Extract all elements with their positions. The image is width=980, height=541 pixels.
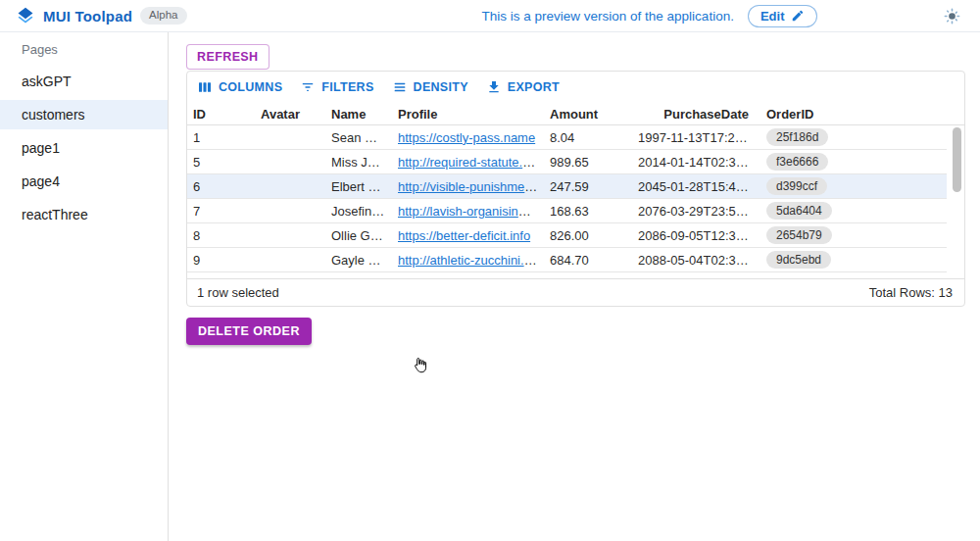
filters-button[interactable]: FILTERS	[294, 75, 379, 99]
delete-order-button[interactable]: DELETE ORDER	[186, 318, 312, 345]
column-header-purchasedate[interactable]: PurchaseDate	[632, 107, 755, 122]
order-id-chip: 5da6404	[766, 202, 832, 220]
cell-orderid: 25f186d	[755, 128, 892, 146]
vertical-scrollbar-thumb[interactable]	[953, 127, 961, 192]
sidebar-nav-list: askGPT customers page1 page4 reactThree	[0, 67, 168, 229]
cell-id: 8	[187, 228, 255, 243]
cell-amount: 989.65	[544, 155, 632, 170]
grid-footer: 1 row selected Total Rows: 13	[187, 278, 964, 306]
cell-id: 7	[187, 204, 255, 219]
profile-link[interactable]: http://lavish-organising.name	[398, 204, 544, 219]
cell-name: Miss Juan …	[325, 155, 392, 170]
grid-header-row: ID Avatar Name Profile Amount PurchaseDa…	[187, 103, 964, 125]
cell-purchasedate: 2014-01-14T02:37:28.536Z	[632, 155, 755, 170]
cell-id: 5	[187, 155, 255, 170]
cell-profile: http://lavish-organising.name	[392, 204, 544, 219]
table-row[interactable]: 9 Gayle Den… http://athletic-zucchini.or…	[187, 248, 947, 272]
columns-icon	[197, 79, 213, 95]
export-button[interactable]: EXPORT	[480, 75, 565, 99]
table-row[interactable]: 5 Miss Juan … http://required-statute.or…	[187, 150, 947, 174]
cell-purchasedate: 2088-05-04T02:31:03.294Z	[632, 253, 755, 268]
table-row[interactable]: 8 Ollie Green… https://better-deficit.in…	[187, 223, 947, 248]
cell-orderid: 9dc5ebd	[755, 251, 892, 269]
edit-button-label: Edit	[760, 9, 785, 24]
sidebar-item[interactable]: customers	[0, 100, 168, 129]
columns-button[interactable]: COLUMNS	[191, 75, 288, 99]
sidebar-item-label: reactThree	[22, 207, 88, 222]
profile-link[interactable]: http://athletic-zucchini.org	[398, 253, 542, 268]
sidebar-section-label: Pages	[0, 40, 168, 67]
column-header-orderid[interactable]: OrderID	[755, 107, 892, 122]
cell-profile: https://better-deficit.info	[392, 228, 544, 243]
preview-notice-text: This is a preview version of the applica…	[482, 9, 734, 24]
app-bar-brand: MUI Toolpad Alpha	[12, 6, 365, 25]
cell-orderid: 5da6404	[755, 202, 892, 220]
sidebar-item-label: customers	[22, 107, 85, 123]
column-header-name[interactable]: Name	[325, 107, 392, 122]
profile-link[interactable]: https://better-deficit.info	[398, 228, 530, 243]
profile-link[interactable]: https://costly-pass.name	[398, 130, 535, 145]
cell-orderid: f3e6666	[755, 153, 892, 171]
cell-profile: http://required-statute.org	[392, 155, 544, 170]
app-title: MUI Toolpad	[43, 8, 132, 25]
cell-amount: 826.00	[544, 228, 632, 243]
cell-amount: 8.04	[544, 130, 632, 145]
cell-purchasedate: 2045-01-28T15:40:06.325Z	[632, 179, 755, 194]
cell-name: Sean Harris	[325, 130, 392, 145]
columns-button-label: COLUMNS	[219, 80, 282, 94]
density-button[interactable]: DENSITY	[386, 75, 474, 99]
preview-banner: This is a preview version of the applica…	[365, 5, 935, 27]
cell-profile: http://athletic-zucchini.org	[392, 253, 544, 268]
profile-link[interactable]: http://required-statute.org	[398, 155, 541, 170]
alpha-badge: Alpha	[140, 7, 186, 25]
cell-id: 6	[187, 179, 255, 194]
filter-icon	[300, 79, 316, 95]
mouse-cursor-icon	[412, 356, 429, 375]
density-icon	[392, 79, 408, 95]
cell-name: Ollie Green…	[325, 228, 392, 243]
profile-link[interactable]: http://visible-punishment.net	[398, 179, 544, 194]
main-content: REFRESH COLUMNS	[169, 32, 980, 541]
selection-status: 1 row selected	[197, 285, 279, 300]
refresh-button[interactable]: REFRESH	[186, 44, 270, 70]
sidebar-item[interactable]: askGPT	[0, 67, 168, 96]
table-row[interactable]: 1 Sean Harris https://costly-pass.name 8…	[187, 125, 947, 150]
column-header-id[interactable]: ID	[187, 107, 255, 122]
column-header-avatar[interactable]: Avatar	[255, 107, 325, 122]
sidebar-item-label: page1	[22, 140, 60, 156]
cell-id: 1	[187, 130, 255, 145]
sidebar-item[interactable]: reactThree	[0, 200, 168, 229]
app-bar: MUI Toolpad Alpha This is a preview vers…	[0, 0, 980, 32]
cell-profile: https://costly-pass.name	[392, 130, 544, 145]
toolpad-logo-icon	[16, 6, 35, 25]
cell-purchasedate: 2076-03-29T23:51:07.968Z	[632, 204, 755, 219]
sidebar-item-label: askGPT	[22, 74, 72, 89]
cell-id: 9	[187, 253, 255, 268]
grid-rows: 1 Sean Harris https://costly-pass.name 8…	[187, 125, 964, 278]
order-id-chip: f3e6666	[766, 153, 828, 171]
export-button-label: EXPORT	[508, 80, 560, 94]
cell-amount: 247.59	[544, 179, 632, 194]
grid-viewport: ID Avatar Name Profile Amount PurchaseDa…	[187, 103, 964, 278]
order-id-chip: d399ccf	[766, 177, 827, 195]
column-header-amount[interactable]: Amount	[544, 107, 632, 122]
cell-name: Gayle Den…	[325, 253, 392, 268]
cell-profile: http://visible-punishment.net	[392, 179, 544, 194]
filters-button-label: FILTERS	[321, 80, 373, 94]
pencil-icon	[791, 9, 805, 23]
sidebar-item[interactable]: page1	[0, 133, 168, 163]
cell-orderid: 2654b79	[755, 226, 892, 244]
edit-button[interactable]: Edit	[748, 5, 818, 27]
cell-amount: 684.70	[544, 253, 632, 268]
table-row[interactable]: 6 Elbert McL… http://visible-punishment.…	[187, 174, 947, 199]
cell-name: Josefina P…	[325, 204, 392, 219]
cell-name: Elbert McL…	[325, 179, 392, 194]
cell-purchasedate: 1997-11-13T17:24:11.769Z	[632, 130, 755, 145]
column-header-profile[interactable]: Profile	[392, 107, 544, 122]
sidebar-item[interactable]: page4	[0, 167, 168, 196]
cell-purchasedate: 2086-09-05T12:37:27.015Z	[632, 228, 755, 243]
theme-toggle-button[interactable]	[935, 7, 968, 25]
order-id-chip: 9dc5ebd	[766, 251, 831, 269]
order-id-chip: 25f186d	[766, 128, 828, 146]
table-row[interactable]: 7 Josefina P… http://lavish-organising.n…	[187, 199, 947, 223]
